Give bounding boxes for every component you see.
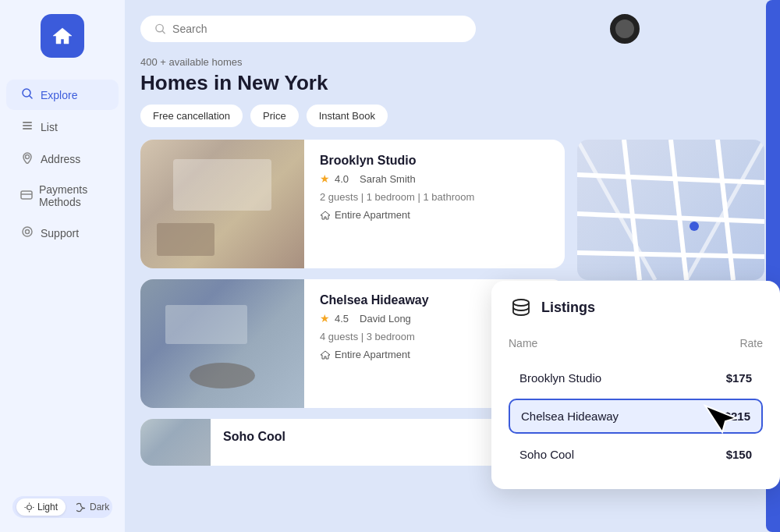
main-content: 400 + available homes Homes in New York … xyxy=(125,0,780,532)
filter-instant-book[interactable]: Instant Book xyxy=(307,105,388,127)
col-name-header: Name xyxy=(509,337,537,349)
star-icon: ★ xyxy=(320,172,330,185)
home-icon xyxy=(320,210,331,221)
sidebar-item-label-address: Address xyxy=(41,153,80,165)
listing-image-brooklyn xyxy=(140,140,304,268)
listing-info-brooklyn: Brooklyn Studio ★ 4.0 Sarah Smith 2 gues… xyxy=(304,140,565,268)
sun-icon xyxy=(24,502,34,512)
sidebar-item-label-support: Support xyxy=(41,227,79,239)
dropdown-title: Listings xyxy=(541,300,595,316)
sidebar-item-address[interactable]: Address xyxy=(6,144,119,174)
svg-rect-2 xyxy=(23,125,32,126)
svg-point-22 xyxy=(513,300,529,306)
map-roads-svg xyxy=(577,140,764,280)
table-row-soho[interactable]: Soho Cool $150 xyxy=(509,438,763,470)
sidebar-item-payments[interactable]: Payments Methods xyxy=(6,176,119,216)
svg-rect-1 xyxy=(23,122,32,123)
theme-toggle: Light Dark xyxy=(12,496,112,518)
light-mode-label: Light xyxy=(37,502,58,512)
search-input[interactable] xyxy=(172,23,462,35)
map-location-dot xyxy=(690,222,699,231)
listing-card-brooklyn[interactable]: Brooklyn Studio ★ 4.0 Sarah Smith 2 gues… xyxy=(140,140,565,268)
host-name-brooklyn: Sarah Smith xyxy=(360,173,416,185)
listing-type-brooklyn: Entire Apartment xyxy=(320,209,549,221)
svg-point-8 xyxy=(27,505,32,509)
search-bar[interactable] xyxy=(140,16,476,42)
rating-value-chelsea: 4.5 xyxy=(335,313,349,325)
sidebar-item-explore[interactable]: Explore xyxy=(6,80,119,110)
location-icon xyxy=(20,151,34,166)
svg-point-7 xyxy=(26,230,30,234)
table-row-name-brooklyn: Brooklyn Studio xyxy=(519,371,601,385)
svg-line-18 xyxy=(577,214,764,222)
search-icon xyxy=(154,23,166,35)
available-count: 400 + available homes xyxy=(140,56,764,68)
light-mode-button[interactable]: Light xyxy=(16,498,66,516)
sidebar-item-list[interactable]: List xyxy=(6,112,119,142)
table-row-chelsea[interactable]: Chelsea Hideaway $215 xyxy=(509,399,763,434)
avatar[interactable] xyxy=(610,14,640,44)
filter-free-cancellation[interactable]: Free cancellation xyxy=(140,105,243,127)
col-rate-header: Rate xyxy=(739,337,763,349)
svg-point-4 xyxy=(26,155,30,159)
dropdown-header: Listings xyxy=(509,295,763,326)
table-row-name-chelsea: Chelsea Hideaway xyxy=(521,410,619,423)
svg-rect-3 xyxy=(23,128,32,129)
svg-point-6 xyxy=(23,227,32,236)
dropdown-table: Name Rate Brooklyn Studio $175 Chelsea H… xyxy=(509,337,763,470)
listing-title-brooklyn: Brooklyn Studio xyxy=(320,154,549,168)
dark-mode-label: Dark xyxy=(90,502,109,512)
table-row-brooklyn[interactable]: Brooklyn Studio $175 xyxy=(509,362,763,394)
cursor-arrow xyxy=(699,399,738,438)
listing-image-soho xyxy=(140,419,211,466)
dark-mode-button[interactable]: Dark xyxy=(69,498,117,516)
table-row-rate-soho: $150 xyxy=(726,448,752,461)
svg-line-14 xyxy=(624,140,640,280)
listing-details-brooklyn: 2 guests | 1 bedroom | 1 bathroom xyxy=(320,191,549,203)
table-row-rate-brooklyn: $175 xyxy=(726,371,752,385)
sidebar-item-label-payments: Payments Methods xyxy=(39,183,105,208)
page-title: Homes in New York xyxy=(140,71,764,95)
listing-type-label-chelsea: Entire Apartment xyxy=(335,349,410,360)
sidebar-item-label-explore: Explore xyxy=(41,89,77,101)
table-header: Name Rate xyxy=(509,337,763,353)
list-icon xyxy=(20,119,34,134)
rating-value-brooklyn: 4.0 xyxy=(335,173,349,185)
svg-line-19 xyxy=(577,253,764,257)
search-icon xyxy=(20,87,34,102)
moon-icon xyxy=(76,502,87,512)
home-icon-2 xyxy=(320,349,331,360)
sidebar-nav: Explore List Address xyxy=(0,80,125,488)
filter-row: Free cancellation Price Instant Book xyxy=(140,105,764,127)
svg-line-15 xyxy=(671,140,686,280)
map-view[interactable] xyxy=(577,140,764,280)
table-row-name-soho: Soho Cool xyxy=(519,448,574,461)
filter-price[interactable]: Price xyxy=(250,105,299,127)
card-icon xyxy=(20,189,33,204)
star-icon-2: ★ xyxy=(320,312,330,325)
listing-rating-brooklyn: ★ 4.0 Sarah Smith xyxy=(320,172,549,185)
header xyxy=(140,14,764,44)
listing-type-label-brooklyn: Entire Apartment xyxy=(335,209,410,221)
svg-line-17 xyxy=(577,175,764,183)
host-name-chelsea: David Long xyxy=(360,313,411,325)
listings-dropdown: Listings Name Rate Brooklyn Studio $175 … xyxy=(491,281,780,489)
svg-line-20 xyxy=(577,140,655,280)
app-logo[interactable] xyxy=(41,14,84,58)
sidebar-item-label-list: List xyxy=(41,121,58,133)
sidebar: Explore List Address xyxy=(0,0,125,532)
avatar-image xyxy=(613,17,636,41)
svg-line-21 xyxy=(686,140,764,280)
listing-image-chelsea xyxy=(140,279,304,408)
database-icon xyxy=(509,295,534,320)
support-icon xyxy=(20,225,34,240)
sidebar-item-support[interactable]: Support xyxy=(6,218,119,248)
theme-toggle-area: Light Dark xyxy=(0,488,125,518)
svg-rect-5 xyxy=(21,191,32,199)
